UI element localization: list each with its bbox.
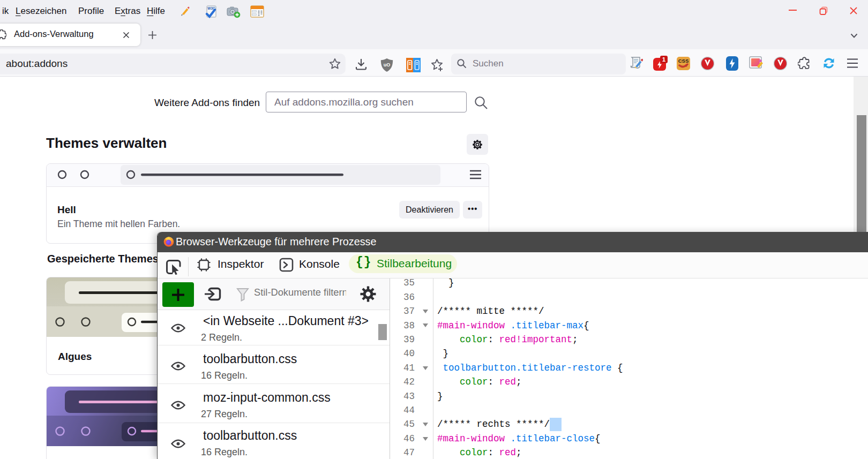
svg-text:uO: uO [384, 62, 391, 67]
svg-text:CSS: CSS [678, 58, 689, 64]
svg-text:1: 1 [662, 56, 666, 63]
